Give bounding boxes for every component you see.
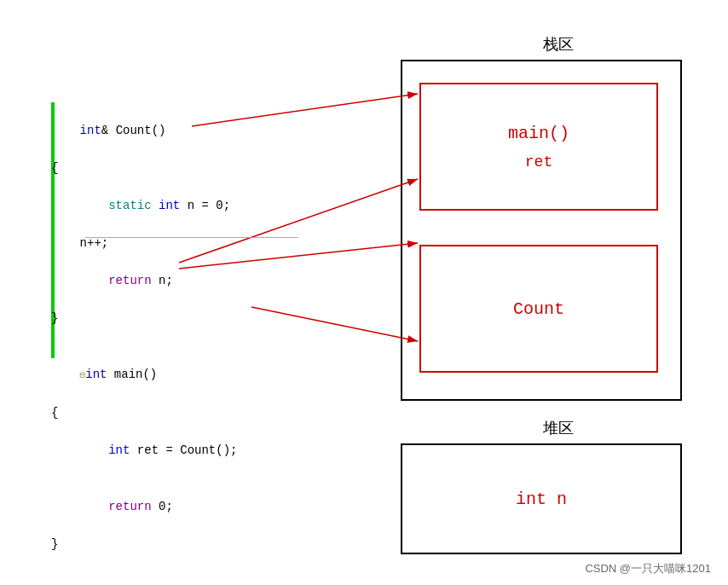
stack-main-sub: ret (421, 153, 656, 171)
kw-int: int (80, 124, 101, 137)
code-panel: int& Count() { static int n = 0; n++; re… (51, 102, 341, 553)
stack-outer-box: main() ret Count (401, 60, 682, 401)
watermark: CSDN @一只大喵咪1201 (585, 561, 711, 576)
code-line-9: int ret = Count(); (51, 422, 341, 478)
code-line-8: { (51, 403, 341, 422)
code-line-10: return 0; (51, 478, 341, 535)
code-line-2: { (51, 159, 341, 177)
stack-main-box: main() ret (419, 83, 658, 211)
code-line-1: int& Count() (51, 102, 341, 159)
heap-title: 堆区 (443, 418, 673, 438)
code-ampersand-count: & Count() (101, 124, 166, 137)
code-line-5: return n; (51, 252, 341, 309)
stack-count-box: Count (419, 245, 658, 373)
stack-title: 栈区 (443, 34, 673, 55)
code-line-6: } (51, 309, 341, 327)
code-line-blank (51, 327, 341, 346)
code-separator-line (85, 237, 298, 238)
heap-int-label: int n (516, 489, 567, 509)
heap-outer-box: int n (401, 443, 682, 554)
stack-count-label: Count (421, 299, 656, 319)
code-line-7: ⊟int main() (51, 346, 341, 403)
code-line-3: static int n = 0; (51, 177, 341, 234)
stack-main-label: main() (421, 124, 656, 143)
code-line-11: } (51, 535, 341, 553)
